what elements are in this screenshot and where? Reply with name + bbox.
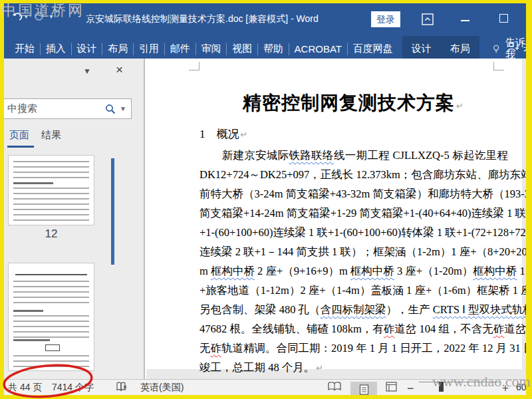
doc-line: m 框构中桥 2 座+（9+16+9）m 框构中桥 3 座+（1-20m）框构中… (200, 261, 508, 281)
red-circle-annotation (0, 362, 101, 399)
ribbon-tab-设计[interactable]: 设计 (71, 43, 102, 55)
search-icon[interactable] (105, 104, 116, 114)
read-mode-button[interactable] (328, 382, 341, 394)
ribbon-tab-引用[interactable]: 引用 (134, 43, 164, 55)
doc-line: +旅客地道（1-12m）2 座+（1-4m）盖板涵 1 座+（1-6m）框架桥 … (200, 281, 508, 300)
doc-line: 新建京安城际铁路联络线一期工程 CJLLXZQ-5 标起讫里程 (200, 146, 508, 165)
page-thumbnail-12-label: 12 (8, 227, 94, 241)
web-layout-button[interactable] (386, 382, 397, 394)
lightbulb-icon (493, 43, 499, 55)
login-button[interactable]: 登录 (371, 11, 400, 27)
paragraph-mark: ↵ (239, 130, 248, 140)
doc-line: 47682 根。全线铺轨、铺碴 108km，有砟道岔 104 组，不含无砟道岔及 (200, 319, 508, 338)
paragraph-mark: ↵ (455, 101, 464, 111)
doc-line: 前特大桥（3-24m 简支箱梁+43-32m 简支箱梁）和廊坊特大桥（193-3… (200, 184, 508, 203)
zoom-out-button[interactable]: − (407, 382, 414, 396)
minimize-button[interactable] (459, 12, 472, 25)
doc-line: DK12+724～DK25+097，正线长 12.373km；包含廊坊东站、廊坊… (200, 165, 508, 184)
nav-tab-pages[interactable]: 页面 (9, 129, 29, 142)
nav-tab-pages-active-underline (7, 146, 34, 148)
share-person-icon (507, 41, 519, 53)
screenshot-border-right (526, 0, 532, 399)
ribbon-tab-审阅[interactable]: 审阅 (196, 43, 226, 55)
doc-line: +1-(60+100+60)连续梁 1 联+1-(60+100+60)转体梁 1… (200, 223, 508, 242)
ribbon-tab-邮件[interactable]: 邮件 (165, 43, 196, 55)
page-thumbnail-12[interactable] (8, 155, 94, 225)
navigation-pane: ▼ × 中搜索 ▼ 页面 结果 12 (4, 59, 145, 379)
document-heading: 1 概况↵ (200, 126, 247, 142)
maximize-button[interactable] (499, 14, 508, 23)
window-title: 京安城际联络线控制测量技术方案.doc [兼容模式] - Word (86, 13, 319, 25)
nav-search-box[interactable]: 中搜索 ▼ (1, 98, 132, 119)
document-page[interactable]: 精密控制网复测技术方案↵ 1 概况↵ 新建京安城际铁路联络线一期工程 CJLLX… (146, 59, 522, 369)
ribbon-tab-帮助[interactable]: 帮助 (258, 43, 289, 55)
ribbon-tab-开始[interactable]: 开始 (9, 43, 40, 55)
contextual-tab-布局[interactable]: 布局 (441, 43, 479, 55)
ribbon-tab-布局[interactable]: 布局 (102, 43, 133, 55)
ribbon-display-options-icon[interactable] (422, 13, 434, 28)
watermark-bottom: www.cndao.com (432, 373, 531, 390)
watermark-top: 中国道桥网 (1, 1, 84, 21)
doc-line: 无砟轨道精调。合同工期：2019 年 1 月 1 日开工，2022 年 12 月… (200, 338, 508, 358)
crop-mark-top-right (493, 62, 504, 70)
nav-search-text: 中搜索 (7, 102, 105, 115)
ribbon-tab-ACROBAT[interactable]: ACROBAT (289, 43, 347, 55)
nav-tab-results[interactable]: 结果 (41, 129, 61, 142)
ribbon-tab-视图[interactable]: 视图 (227, 43, 257, 55)
nav-pane-menu-caret-icon[interactable]: ▼ (83, 66, 91, 76)
page-thumbnail-13[interactable] (8, 263, 94, 371)
document-area: 精密控制网复测技术方案↵ 1 概况↵ 新建京安城际铁路联络线一期工程 CJLLX… (146, 59, 526, 379)
status-language[interactable]: 英语(美国) (140, 382, 184, 394)
nav-thumbnails-scrollbar[interactable] (111, 158, 114, 265)
doc-line: 另包含制、架梁 480 孔（含四标制架梁），生产 CRTS Ⅰ 型双块式轨枕 (200, 300, 508, 319)
nav-pane-close-icon[interactable]: × (116, 63, 123, 77)
contextual-tab-设计[interactable]: 设计 (402, 43, 441, 55)
document-title: 精密控制网复测技术方案↵ (200, 90, 507, 116)
ribbon-tab-百度网盘[interactable]: 百度网盘 (348, 43, 398, 55)
proofing-errors-icon[interactable] (116, 382, 128, 394)
search-dropdown-caret-icon[interactable]: ▼ (120, 105, 126, 112)
document-paragraph: 新建京安城际铁路联络线一期工程 CJLLXZQ-5 标起讫里程DK12+724～… (200, 146, 508, 378)
doc-line: 连续梁 2 联+1－144 简支拱 1 联）；框架涵（1-2m）1 座+（8+2… (200, 242, 508, 261)
ribbon-tab-插入[interactable]: 插入 (41, 43, 71, 55)
crop-mark-top-left (189, 62, 200, 70)
doc-line: 简支箱梁+14-24m 简支箱梁+1-29 简支箱梁+1-(40+64+40)连… (200, 203, 508, 223)
screenshot-border-left (0, 0, 4, 399)
